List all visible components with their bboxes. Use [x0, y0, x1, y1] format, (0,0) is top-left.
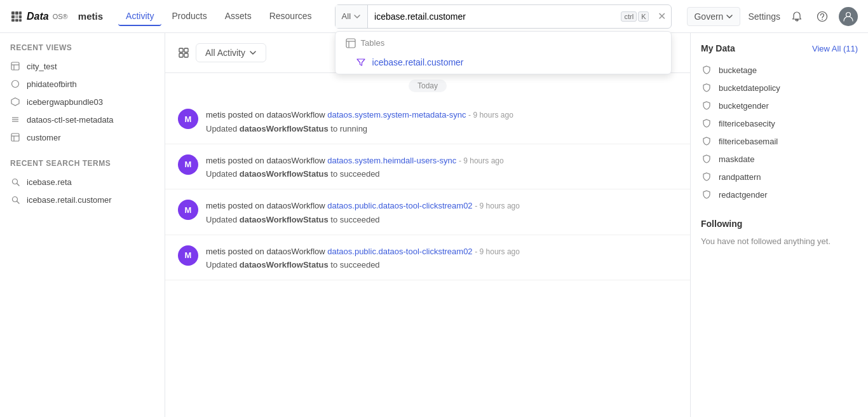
sidebar-item-customer[interactable]: customer [0, 128, 165, 146]
svg-rect-2 [19, 11, 22, 15]
dropdown-item-label: icebase.retail.customer [372, 57, 464, 67]
activity-line-2: metis posted on dataosWorkflow dataos.pu… [206, 200, 677, 212]
govern-label: Govern [694, 11, 723, 22]
circle-icon-phi [10, 79, 20, 89]
activity-user-0: metis [206, 110, 226, 120]
right-item-randpattern[interactable]: randpattern [701, 168, 858, 186]
following-empty: You have not followed anything yet. [701, 236, 858, 246]
nav-assets[interactable]: Assets [217, 7, 259, 26]
search-keyboard-hint: ctrl K [617, 11, 653, 22]
activity-content-2: metis posted on dataosWorkflow dataos.pu… [206, 200, 677, 224]
chevron-down-icon-govern [726, 13, 733, 20]
activity-link-2[interactable]: dataos.public.dataos-tool-clickstream02 [327, 201, 472, 210]
sidebar-item-icebergwapbundle03[interactable]: icebergwapbundle03 [0, 93, 165, 111]
recent-views-section: Recent Views city_test phidateofbirth ic… [0, 43, 165, 146]
activity-detail-3: Updated dataosWorkflowStatus to succeede… [206, 260, 677, 270]
svg-rect-7 [15, 19, 18, 22]
hexagon-icon-iceberg [10, 97, 20, 107]
sidebar-item-dataos-ctl[interactable]: dataos-ctl-set-metadata [0, 111, 165, 128]
search-type-select[interactable]: All [336, 5, 368, 28]
logo-metis: metis [78, 11, 103, 22]
svg-rect-15 [11, 62, 19, 70]
govern-button[interactable]: Govern [687, 7, 740, 26]
right-item-bucketgender[interactable]: bucketgender [701, 97, 858, 114]
activity-detail-0: Updated dataosWorkflowStatus to running [206, 124, 677, 133]
nav-resources[interactable]: Resources [262, 7, 320, 26]
activity-item-1: M metis posted on dataosWorkflow dataos.… [165, 144, 690, 190]
svg-marker-19 [11, 98, 19, 106]
sidebar-search-label-2: icebase.retail.customer [27, 195, 112, 205]
activity-avatar-2: M [178, 200, 198, 220]
policy-icon-maskdate [701, 153, 712, 165]
nav-products[interactable]: Products [164, 7, 214, 26]
sidebar-item-city-test[interactable]: city_test [0, 57, 165, 75]
sidebar-label-city-test: city_test [27, 62, 57, 71]
right-item-bucketdatepolicy[interactable]: bucketdatepolicy [701, 79, 858, 97]
activity-item-0: M metis posted on dataosWorkflow dataos.… [165, 99, 690, 144]
search-input[interactable] [368, 5, 617, 28]
notifications-button[interactable] [788, 8, 806, 25]
activity-avatar-1: M [178, 154, 198, 175]
right-item-redactgender[interactable]: redactgender [701, 186, 858, 203]
bell-icon [791, 11, 803, 22]
recent-views-title: Recent Views [0, 43, 165, 57]
list-icon-dataos [10, 114, 20, 125]
sidebar-label-customer: customer [27, 133, 60, 142]
dropdown-section-label: Tables [361, 38, 385, 48]
policy-icon-filtericebasecity [701, 118, 712, 129]
policy-icon-bucketdatepolicy [701, 82, 712, 93]
activity-link-0[interactable]: dataos.system.system-metadata-sync [327, 110, 466, 120]
sidebar-item-phidateofbirth[interactable]: phidateofbirth [0, 75, 165, 93]
svg-rect-4 [15, 15, 18, 18]
dropdown-item-customer[interactable]: icebase.retail.customer [336, 52, 672, 74]
activity-user-1: metis [206, 156, 226, 165]
all-activity-button[interactable]: All Activity [196, 43, 266, 62]
svg-rect-0 [11, 11, 15, 15]
activity-line-0: metis posted on dataosWorkflow dataos.sy… [206, 109, 677, 121]
search-icon-2 [10, 195, 20, 205]
activity-content-3: metis posted on dataosWorkflow dataos.pu… [206, 245, 677, 270]
settings-button[interactable]: Settings [748, 11, 780, 22]
activity-time-val-1: 9 hours ago [463, 156, 503, 165]
following-section: Following You have not followed anything… [701, 219, 858, 246]
nav-activity[interactable]: Activity [118, 7, 161, 26]
kbd-ctrl: ctrl [621, 11, 637, 22]
activity-item-2: M metis posted on dataosWorkflow dataos.… [165, 189, 690, 235]
table-icon-customer [10, 132, 20, 142]
kbd-k: K [638, 11, 649, 22]
activity-line-1: metis posted on dataosWorkflow dataos.sy… [206, 154, 677, 167]
activity-avatar-3: M [178, 245, 198, 266]
right-item-filtericebasecity[interactable]: filtericebasecity [701, 114, 858, 132]
sidebar-label-icebergwapbundle03: icebergwapbundle03 [27, 97, 103, 107]
activity-link-1[interactable]: dataos.system.heimdall-users-sync [327, 156, 456, 165]
right-item-bucketage[interactable]: bucketage [701, 61, 858, 79]
date-badge: Today [409, 79, 447, 92]
help-button[interactable] [813, 8, 831, 25]
logo-icon [10, 10, 23, 23]
logo[interactable]: DataOS® metis [10, 10, 103, 23]
right-item-maskdate[interactable]: maskdate [701, 150, 858, 168]
svg-rect-31 [184, 48, 188, 52]
search-clear-button[interactable]: ✕ [653, 10, 671, 22]
right-label-bucketdatepolicy: bucketdatepolicy [719, 83, 780, 93]
svg-rect-8 [19, 19, 22, 22]
view-all-link[interactable]: View All (11) [812, 44, 858, 53]
search-icon-1 [10, 177, 20, 187]
svg-rect-1 [15, 11, 18, 15]
svg-line-27 [17, 183, 19, 186]
svg-rect-9 [346, 39, 355, 48]
svg-rect-33 [184, 53, 188, 57]
logo-brand: Data [27, 11, 49, 22]
logo-os: OS® [53, 13, 68, 20]
right-label-maskdate: maskdate [719, 154, 754, 164]
activity-detail-2: Updated dataosWorkflowStatus to succeede… [206, 215, 677, 224]
sidebar-search-icebase-retail[interactable]: icebase.retail.customer [0, 191, 165, 208]
user-avatar[interactable] [839, 7, 858, 26]
right-item-filtericebasemail[interactable]: filtericebasemail [701, 132, 858, 150]
sidebar: Recent Views city_test phidateofbirth ic… [0, 33, 165, 417]
activity-link-3[interactable]: dataos.public.dataos-tool-clickstream02 [327, 247, 472, 256]
sidebar-search-icebase-reta[interactable]: icebase.reta [0, 173, 165, 191]
all-activity-label: All Activity [205, 48, 245, 58]
my-data-header: My Data View All (11) [701, 43, 858, 53]
activity-content-0: metis posted on dataosWorkflow dataos.sy… [206, 109, 677, 133]
